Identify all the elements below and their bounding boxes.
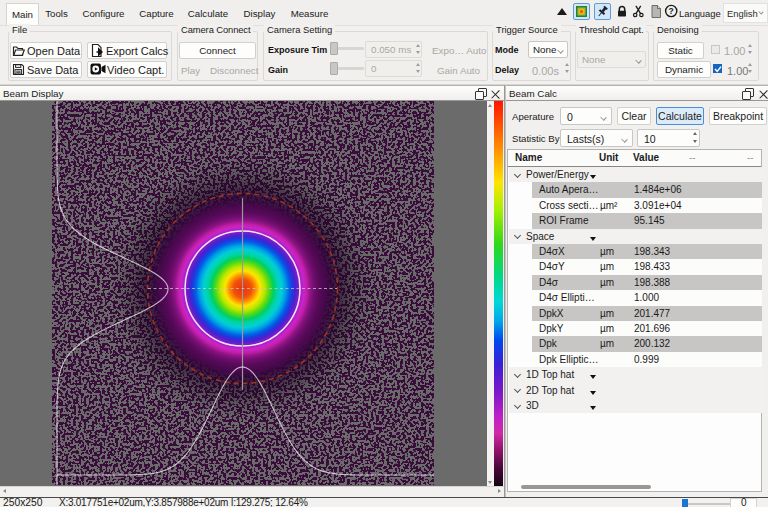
svg-text:?: ?	[669, 6, 674, 16]
